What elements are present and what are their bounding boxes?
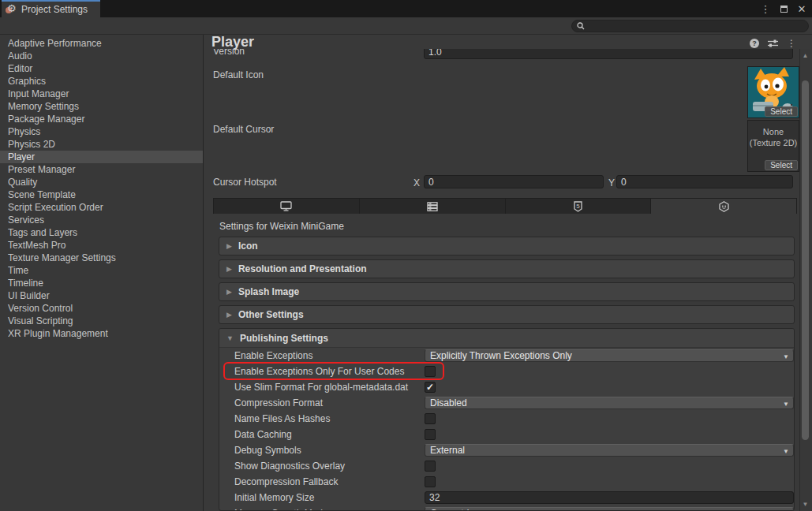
cursor-select-button[interactable]: Select	[765, 160, 798, 170]
cursor-hotspot-label: Cursor Hotspot	[213, 177, 277, 188]
sidebar-item-physics-2d[interactable]: Physics 2D	[0, 138, 203, 151]
sidebar-item-texture-manager-settings[interactable]: Texture Manager Settings	[0, 252, 203, 264]
settings-category-list: Adaptive Performance Audio Editor Graphi…	[0, 35, 204, 511]
default-icon-thumbnail[interactable]: Select	[747, 66, 799, 118]
default-cursor-label: Default Cursor	[213, 124, 274, 135]
tab-weixin-minigame[interactable]	[651, 199, 796, 214]
enable-exceptions-dropdown[interactable]: Explicitly Thrown Exceptions Only ▼	[425, 349, 794, 362]
checkmark-icon: ✓	[426, 382, 434, 393]
hotspot-y-input[interactable]: 0	[616, 175, 793, 188]
setting-row: Data Caching	[219, 427, 794, 442]
chevron-down-icon: ▼	[783, 446, 789, 457]
svg-text:5: 5	[576, 203, 580, 210]
tab-webgl[interactable]: 5	[506, 199, 652, 214]
sidebar-item-version-control[interactable]: Version Control	[0, 302, 203, 315]
setting-row: Compression Format Disabled ▼	[219, 395, 794, 411]
data-caching-checkbox[interactable]	[425, 429, 436, 440]
section-splash-image[interactable]: ▶ Splash Image	[219, 282, 795, 301]
sidebar-item-services[interactable]: Services	[0, 214, 203, 226]
setting-row: Name Files As Hashes	[219, 411, 794, 427]
window-menu-icon[interactable]: ⋮	[760, 3, 771, 15]
chevron-right-icon: ▶	[226, 242, 232, 250]
section-resolution-and-presentation[interactable]: ▶ Resolution and Presentation	[219, 259, 795, 278]
more-options-icon[interactable]: ⋮	[787, 39, 796, 48]
sidebar-item-tags-and-layers[interactable]: Tags and Layers	[0, 226, 203, 239]
sidebar-item-xr-plugin-management[interactable]: XR Plugin Management	[0, 327, 203, 340]
tab-title: Project Settings	[21, 4, 88, 15]
setting-row: Debug Symbols External ▼	[219, 442, 794, 458]
chevron-right-icon: ▶	[226, 288, 232, 296]
vertical-scrollbar[interactable]: ▲ ▼	[799, 49, 810, 511]
sidebar-item-editor[interactable]: Editor	[0, 62, 203, 75]
search-box[interactable]	[571, 20, 809, 32]
sidebar-item-time[interactable]: Time	[0, 264, 203, 277]
sidebar-item-audio[interactable]: Audio	[0, 50, 203, 62]
monitor-icon	[280, 201, 292, 211]
memory-growth-mode-dropdown[interactable]: Geometric ▼	[425, 507, 794, 511]
tab-dedicated-server[interactable]	[360, 199, 506, 214]
title-bar: ⚙ Project Settings ⋮ ✕	[0, 0, 812, 17]
default-cursor-picker[interactable]: None (Texture 2D) Select	[747, 120, 799, 172]
compression-format-dropdown[interactable]: Disabled ▼	[425, 397, 794, 409]
setting-row: Initial Memory Size 32	[219, 490, 794, 505]
sidebar-item-physics[interactable]: Physics	[0, 125, 203, 138]
initial-memory-size-input[interactable]: 32	[425, 491, 794, 504]
search-icon	[577, 22, 585, 30]
setting-row: Decompression Fallback	[219, 474, 794, 490]
platform-tab-bar: 5	[213, 198, 797, 214]
scroll-down-icon[interactable]: ▼	[800, 501, 810, 508]
sidebar-item-visual-scripting[interactable]: Visual Scripting	[0, 315, 203, 327]
sidebar-item-scene-template[interactable]: Scene Template	[0, 188, 203, 201]
scrollbar-thumb[interactable]	[802, 80, 809, 440]
toolbar	[0, 17, 812, 35]
sidebar-item-script-execution-order[interactable]: Script Execution Order	[0, 201, 203, 214]
sidebar-item-package-manager[interactable]: Package Manager	[0, 113, 203, 125]
chevron-down-icon: ▼	[783, 352, 789, 363]
publishing-settings-header[interactable]: ▼ Publishing Settings	[219, 329, 794, 348]
tab-standalone[interactable]	[214, 199, 360, 214]
icon-select-button[interactable]: Select	[765, 106, 798, 117]
show-diagnostics-overlay-checkbox[interactable]	[425, 461, 436, 472]
section-other-settings[interactable]: ▶ Other Settings	[219, 305, 795, 324]
section-publishing-settings: ▼ Publishing Settings Enable Exceptions …	[219, 328, 795, 511]
setting-row: Show Diagnostics Overlay	[219, 458, 794, 474]
sidebar-item-textmesh-pro[interactable]: TextMesh Pro	[0, 239, 203, 252]
hotspot-y-label: Y	[608, 177, 615, 188]
project-settings-gear-icon: ⚙	[6, 4, 17, 16]
sidebar-item-input-manager[interactable]: Input Manager	[0, 88, 203, 100]
sidebar-item-graphics[interactable]: Graphics	[0, 75, 203, 88]
sidebar-item-timeline[interactable]: Timeline	[0, 277, 203, 289]
weixin-minigame-icon	[719, 201, 729, 212]
setting-row: Memory Growth Mode Geometric ▼	[219, 505, 794, 511]
tab-project-settings[interactable]: ⚙ Project Settings	[2, 0, 100, 17]
web-badge-icon: 5	[574, 201, 582, 212]
project-settings-window: ⚙ Project Settings ⋮ ✕ Adaptive Performa…	[0, 0, 812, 511]
setting-row: Enable Exceptions Explicitly Thrown Exce…	[219, 348, 794, 364]
chevron-down-icon: ▼	[783, 399, 789, 410]
setting-row: Enable Exceptions Only For User Codes	[219, 364, 794, 379]
settings-for-text: Settings for Weixin MiniGame	[219, 221, 344, 232]
setting-row: Use Slim Format For global-metadata.dat …	[219, 379, 794, 395]
default-icon-label: Default Icon	[213, 69, 264, 80]
sidebar-item-quality[interactable]: Quality	[0, 176, 203, 188]
sidebar-item-player[interactable]: Player	[0, 151, 203, 163]
cursor-none-value: None (Texture 2D)	[748, 121, 799, 148]
sidebar-item-ui-builder[interactable]: UI Builder	[0, 289, 203, 302]
slim-format-global-metadata-checkbox[interactable]: ✓	[425, 382, 436, 393]
decompression-fallback-checkbox[interactable]	[425, 476, 436, 487]
hotspot-x-input[interactable]: 0	[424, 175, 604, 188]
sidebar-item-adaptive-performance[interactable]: Adaptive Performance	[0, 37, 203, 50]
window-controls: ⋮ ✕	[760, 0, 807, 17]
debug-symbols-dropdown[interactable]: External ▼	[425, 444, 794, 457]
search-input[interactable]	[588, 21, 803, 31]
help-icon[interactable]: ?	[750, 39, 759, 48]
section-icon[interactable]: ▶ Icon	[219, 237, 795, 255]
sidebar-item-preset-manager[interactable]: Preset Manager	[0, 163, 203, 176]
enable-exceptions-only-user-codes-checkbox[interactable]	[425, 366, 436, 377]
maximize-icon[interactable]	[778, 3, 789, 15]
sidebar-item-memory-settings[interactable]: Memory Settings	[0, 100, 203, 113]
name-files-as-hashes-checkbox[interactable]	[425, 413, 436, 424]
close-icon[interactable]: ✕	[796, 3, 807, 15]
presets-icon[interactable]	[768, 39, 778, 48]
scroll-up-icon[interactable]: ▲	[800, 52, 810, 59]
